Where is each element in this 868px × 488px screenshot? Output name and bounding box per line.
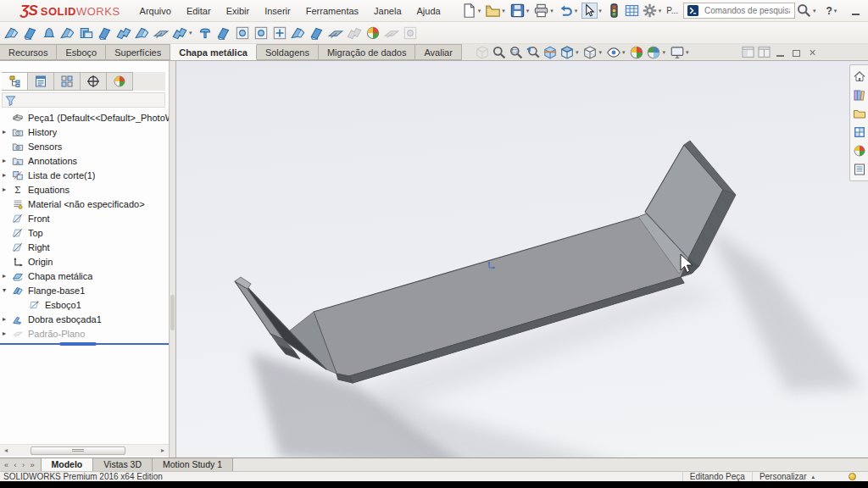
menu-exibir[interactable]: Exibir	[219, 0, 258, 22]
ghost-view[interactable]	[474, 44, 491, 60]
select[interactable]: ▾	[581, 2, 605, 20]
new-file[interactable]: ▾	[460, 2, 485, 20]
edit-appearance[interactable]	[628, 44, 645, 60]
cross-break[interactable]	[152, 23, 170, 43]
search-input[interactable]	[703, 5, 792, 16]
section-view[interactable]	[542, 44, 559, 60]
annotations[interactable]: ▸ A Annotations	[0, 153, 169, 168]
sensors[interactable]: Sensors	[0, 139, 169, 153]
menu-ajuda[interactable]: Ajuda	[409, 0, 448, 22]
corners[interactable]: ▾	[170, 23, 196, 43]
dobra-esbocada1[interactable]: ▸ Dobra esboçada1	[0, 312, 169, 326]
jog[interactable]	[114, 23, 133, 43]
displaymanager-tab[interactable]	[107, 72, 133, 91]
tab-chapa-metalica[interactable]: Chapa metálica	[170, 44, 257, 60]
left-flange-outer-face[interactable]	[235, 281, 284, 340]
previous-view[interactable]	[525, 44, 542, 60]
panel-horizontal-scrollbar[interactable]: ◂ ▸	[0, 444, 169, 456]
forming-tool[interactable]	[196, 23, 214, 43]
view-palette-tab[interactable]	[851, 123, 868, 141]
tree-filter-row[interactable]	[2, 92, 165, 108]
tab-soldagens[interactable]: Soldagens	[257, 44, 319, 60]
menu-ferramentas[interactable]: Ferramentas	[298, 0, 366, 22]
tab-modelo[interactable]: Modelo	[42, 458, 94, 471]
save[interactable]: ▾	[509, 2, 533, 20]
top-plane[interactable]: Top	[0, 225, 169, 240]
sketched-bend[interactable]	[133, 23, 152, 43]
featuremanager-tab[interactable]	[2, 72, 28, 91]
configurationmanager-tab[interactable]	[54, 72, 81, 91]
splitter-handle[interactable]	[170, 295, 175, 330]
tab-migracao-de-dados[interactable]: Migração de dados	[319, 44, 416, 60]
simple-hole[interactable]	[233, 23, 252, 43]
view-settings[interactable]: ▾	[669, 44, 693, 60]
design-library-tab[interactable]	[851, 86, 868, 104]
dimxpertmanager-tab[interactable]	[81, 72, 107, 91]
rebuild[interactable]	[605, 2, 623, 20]
menu-editar[interactable]: Editar	[179, 0, 219, 22]
lofted-bend[interactable]	[40, 23, 58, 43]
doc-restore[interactable]	[788, 45, 804, 60]
chapa-metalica[interactable]: ▸ Chapa metálica	[0, 269, 169, 283]
no-bends[interactable]	[345, 23, 364, 43]
home-tab[interactable]	[851, 67, 868, 86]
history[interactable]: ▸ History	[0, 125, 169, 139]
doc-pane-right[interactable]	[756, 45, 772, 60]
search-submit[interactable]: ▾	[795, 2, 820, 20]
base-flange[interactable]	[3, 23, 21, 43]
hide-show-items[interactable]: ▾	[605, 44, 629, 60]
help-button[interactable]: ?	[826, 5, 832, 17]
customize-button[interactable]: Personalizar	[760, 472, 807, 481]
convert-to-sheet-metal[interactable]	[21, 23, 40, 43]
appearances-tab[interactable]	[851, 141, 868, 160]
right-plane[interactable]: Right	[0, 240, 169, 254]
flatten[interactable]	[326, 23, 345, 43]
tree-root-part[interactable]: Peça1 (Default<<Default>_PhotoWorks D	[0, 110, 169, 125]
zoom-fit[interactable]	[491, 44, 508, 60]
toolbar-overflow-button[interactable]: P...	[666, 6, 678, 15]
scroll-right-arrow[interactable]: ▸	[157, 446, 169, 454]
help-dropdown[interactable]: ▾	[834, 8, 837, 14]
menu-inserir[interactable]: Inserir	[257, 0, 298, 22]
doc-close[interactable]: ×	[804, 45, 821, 60]
material[interactable]: Material <não especificado>	[0, 197, 169, 211]
appearance-grid[interactable]	[623, 2, 641, 20]
options[interactable]: ▾	[641, 2, 665, 20]
undo[interactable]: ▾	[557, 2, 581, 20]
tab-superficies[interactable]: Superfícies	[106, 44, 170, 60]
unfold[interactable]	[289, 23, 308, 43]
flange-base1[interactable]: ▾ Flange-base1	[0, 283, 169, 297]
doc-pane-left[interactable]	[740, 45, 756, 60]
origin[interactable]: Origin	[0, 254, 169, 269]
miter-flange[interactable]	[77, 23, 96, 43]
extruded-cut[interactable]	[214, 23, 233, 43]
rip[interactable]	[364, 23, 382, 43]
menu-janela[interactable]: Janela	[366, 0, 409, 22]
lista-de-corte[interactable]: ▸ Lista de corte(1)	[0, 168, 169, 182]
rollback-bar[interactable]	[0, 343, 169, 345]
welded-corner[interactable]	[401, 23, 420, 43]
tab-vistas-3d[interactable]: Vistas 3D	[93, 458, 153, 471]
customize-caret[interactable]: ▴	[811, 474, 815, 480]
custom-properties-tab[interactable]	[851, 160, 868, 179]
edge-flange[interactable]	[58, 23, 77, 43]
file-explorer-tab[interactable]	[851, 104, 868, 123]
padrao-plano[interactable]: ▸ Padrão-Plano	[0, 326, 169, 341]
view-orientation[interactable]: ▾	[559, 44, 582, 60]
open-file[interactable]: ▾	[484, 2, 509, 20]
tab-motion-study-1[interactable]: Motion Study 1	[153, 458, 233, 471]
equations[interactable]: ▸ Σ Equations	[0, 182, 169, 197]
tab-avaliar[interactable]: Avaliar	[415, 44, 461, 60]
print[interactable]: ▾	[532, 2, 557, 20]
vent[interactable]	[252, 23, 270, 43]
scroll-thumb[interactable]	[31, 446, 125, 455]
front-plane[interactable]: Front	[0, 211, 169, 225]
zoom-area[interactable]	[508, 44, 525, 60]
menu-arquivo[interactable]: Arquivo	[132, 0, 179, 22]
tab-esboco[interactable]: Esboço	[57, 44, 106, 60]
apply-scene[interactable]: ▾	[645, 44, 669, 60]
tab-recursos[interactable]: Recursos	[0, 44, 57, 60]
mounting-boss[interactable]	[270, 23, 289, 43]
propertymanager-tab[interactable]	[28, 72, 54, 91]
hem[interactable]	[96, 23, 114, 43]
